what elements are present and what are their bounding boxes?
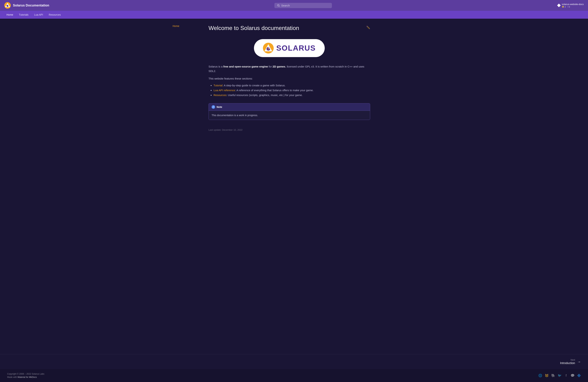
logo-pill: SOLARUS [254, 39, 325, 57]
nav-item-home[interactable]: Home [4, 12, 15, 17]
search-box[interactable]: Search [274, 3, 332, 8]
repo-stats: ⭐ 2 ⑂ 0 [562, 6, 584, 8]
next-page-link[interactable]: Next Introduction → [560, 359, 581, 365]
repo-name: solarus-website-docs [562, 3, 584, 6]
twitter-icon[interactable]: 🐦 [558, 374, 561, 377]
note-body: This documentation is a work in progress… [209, 111, 370, 120]
description-paragraph: Solarus is a free and open-source game e… [209, 64, 370, 73]
note-header: ✓ Note [209, 103, 370, 111]
tutorial-link[interactable]: Tutorial [213, 84, 222, 87]
footer: Copyright © 2006 – 2022 Solarus Labs Mad… [0, 369, 588, 382]
list-item-lua-api: Lua API reference: A reference of everyt… [213, 88, 370, 93]
logo-banner: SOLARUS [209, 39, 370, 57]
repo-details: solarus-website-docs ⭐ 2 ⑂ 0 [562, 3, 584, 8]
feature-list: Tutorial: A step-by-step guide to create… [209, 83, 370, 98]
next-link-text: Next Introduction [560, 359, 575, 365]
chat-icon[interactable]: 🔷 [577, 374, 581, 377]
main-content: Welcome to Solarus documentation ✏️ SOLA… [209, 24, 370, 348]
svg-line-4 [279, 6, 280, 7]
bold-2d-games: 2D games [273, 65, 285, 68]
globe-icon[interactable]: 🌐 [538, 374, 542, 377]
svg-point-9 [268, 48, 269, 49]
svg-point-3 [277, 4, 279, 6]
made-with-text: Made with Material for MkDocs [7, 376, 44, 378]
footer-navigation: Next Introduction → [0, 354, 588, 369]
facebook-icon[interactable]: f [564, 374, 568, 377]
main-nav: Home Tutorials Lua API Resources [0, 11, 588, 19]
search-placeholder-text: Search [281, 4, 290, 7]
repo-info-block: solarus-website-docs ⭐ 2 ⑂ 0 [557, 3, 584, 8]
next-label: Next [560, 359, 575, 361]
last-update: Last update: December 10, 2022 [209, 129, 370, 131]
discord-icon[interactable]: 💬 [571, 374, 574, 377]
page-title: Welcome to Solarus documentation [209, 24, 299, 32]
site-title: Solarus Documentation [13, 4, 49, 7]
list-item-resources: Resources: Useful resources (scripts, gr… [213, 93, 370, 98]
repo-icon [557, 4, 561, 7]
next-arrow-icon: → [577, 360, 581, 364]
edit-icon[interactable]: ✏️ [366, 25, 370, 29]
social-icons: 🌐 🐱 🐘 🐦 f 💬 🔷 [538, 374, 581, 377]
note-title: Note [217, 105, 222, 108]
svg-point-1 [6, 5, 9, 7]
copyright-text: Copyright © 2006 – 2022 Solarus Labs [7, 373, 44, 375]
page-header: Welcome to Solarus documentation ✏️ [209, 24, 370, 32]
footer-left: Copyright © 2006 – 2022 Solarus Labs Mad… [7, 373, 44, 378]
nav-item-lua-api[interactable]: Lua API [32, 12, 45, 17]
next-title: Introduction [560, 362, 575, 364]
note-box: ✓ Note This documentation is a work in p… [209, 103, 370, 120]
sidebar-home-link[interactable]: Home [173, 25, 179, 27]
solarus-logo-icon [4, 2, 11, 9]
repo-stars: ⭐ 2 [562, 6, 566, 8]
lua-api-link[interactable]: Lua API reference [213, 89, 235, 92]
sections-intro: This website features these sections: [209, 76, 370, 81]
bold-free-opensource: free and open-source game engine [223, 65, 268, 68]
nav-item-tutorials[interactable]: Tutorials [17, 12, 31, 17]
solarus-logo-large [263, 43, 274, 54]
mkdocs-link[interactable]: Material for MkDocs [18, 376, 37, 378]
nav-item-resources[interactable]: Resources [47, 12, 63, 17]
list-item-tutorial: Tutorial: A step-by-step guide to create… [213, 83, 370, 88]
note-text: This documentation is a work in progress… [211, 113, 367, 117]
mastodon-icon[interactable]: 🐘 [551, 374, 555, 377]
resources-link[interactable]: Resources [213, 94, 227, 97]
search-icon [277, 4, 280, 7]
header-left: Solarus Documentation [4, 2, 49, 9]
note-icon: ✓ [211, 105, 215, 109]
repo-forks: ⑂ 0 [567, 6, 570, 8]
header: Solarus Documentation Search solarus-web… [0, 0, 588, 11]
github-icon[interactable]: 🐱 [545, 374, 548, 377]
main-layout: Home Welcome to Solarus documentation ✏️… [168, 19, 420, 354]
sidebar: Home [173, 24, 209, 348]
logo-text: SOLARUS [276, 44, 315, 52]
